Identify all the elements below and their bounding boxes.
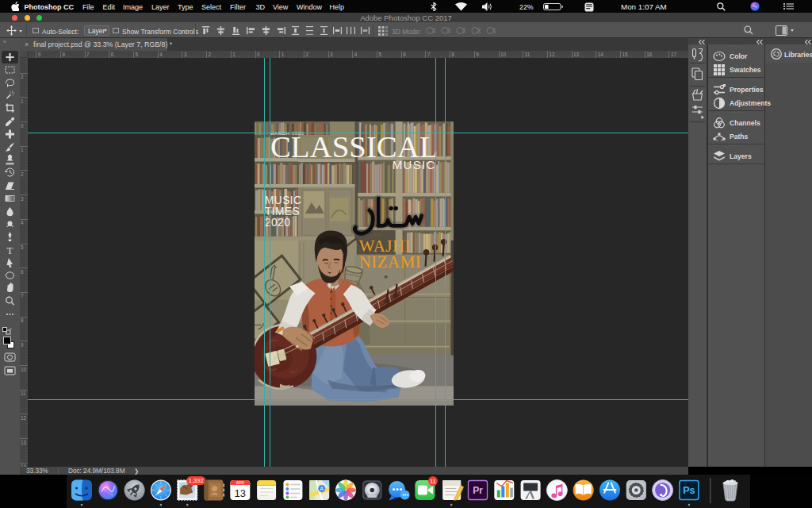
svg-text:2020: 2020 <box>264 217 289 229</box>
svg-text:1,392: 1,392 <box>189 477 204 484</box>
svg-text:NIZAMI: NIZAMI <box>358 252 421 271</box>
svg-text:Ps: Ps <box>683 485 695 496</box>
svg-text:11: 11 <box>430 478 436 485</box>
svg-text:13: 13 <box>235 487 246 499</box>
svg-text:T: T <box>7 244 13 256</box>
svg-text:A: A <box>320 486 324 491</box>
svg-text:MUSIC: MUSIC <box>392 158 435 171</box>
svg-text:Pr: Pr <box>473 485 483 496</box>
svg-text:APR: APR <box>236 480 245 485</box>
